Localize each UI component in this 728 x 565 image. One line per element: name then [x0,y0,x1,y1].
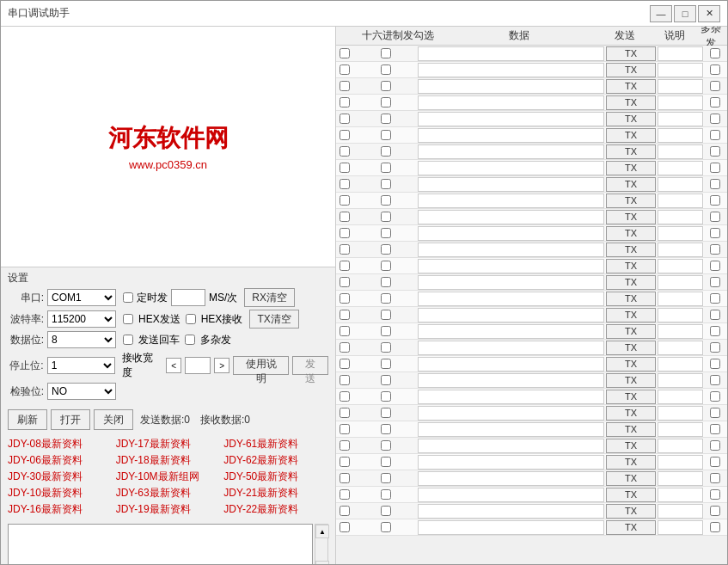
minimize-button[interactable]: — [650,5,672,22]
tx-data-input-14[interactable] [418,275,604,290]
hex-check-18[interactable] [381,342,391,353]
link-item[interactable]: JDY-18最新资料 [116,453,221,468]
stopbits-select[interactable]: 11.52 [47,357,115,374]
tx-send-button-4[interactable]: TX [606,112,656,126]
tx-data-input-0[interactable] [418,46,604,61]
tx-desc-input-20[interactable] [658,373,703,388]
tx-send-button-17[interactable]: TX [606,324,656,339]
hex-check-24[interactable] [381,440,391,451]
misc-check-27[interactable] [710,489,720,500]
hex-check-9[interactable] [381,195,391,206]
hex-check-21[interactable] [381,391,391,402]
misc-check-28[interactable] [710,506,720,516]
misc-check-25[interactable] [710,457,720,467]
tx-send-button-24[interactable]: TX [606,439,656,453]
tx-desc-input-13[interactable] [658,259,703,273]
row-check-21[interactable] [340,391,350,402]
tx-send-button-26[interactable]: TX [606,471,656,486]
tx-send-button-3[interactable]: TX [606,95,656,110]
tx-send-button-22[interactable]: TX [606,406,656,421]
tx-data-input-22[interactable] [418,406,604,421]
hex-check-6[interactable] [381,146,391,157]
hex-check-12[interactable] [381,244,391,255]
tx-send-button-0[interactable]: TX [606,46,656,61]
tx-desc-input-28[interactable] [658,504,703,519]
tx-desc-input-17[interactable] [658,324,703,339]
tx-data-input-13[interactable] [418,259,604,273]
misc-check-16[interactable] [710,310,720,320]
row-check-5[interactable] [340,130,350,140]
misc-check-14[interactable] [710,277,720,287]
close-port-button[interactable]: 关闭 [94,409,133,430]
link-item[interactable]: JDY-10最新资料 [8,486,113,501]
hex-check-11[interactable] [381,228,391,238]
row-check-10[interactable] [340,212,350,222]
tx-send-button-16[interactable]: TX [606,308,656,322]
tx-data-input-7[interactable] [418,161,604,175]
tx-send-button-23[interactable]: TX [606,422,656,437]
hex-send-checkbox[interactable] [123,314,133,324]
row-check-22[interactable] [340,408,350,418]
tx-desc-input-5[interactable] [658,128,703,143]
misc-check-26[interactable] [710,473,720,483]
hex-check-19[interactable] [381,359,391,369]
hex-check-2[interactable] [381,81,391,91]
misc-check-22[interactable] [710,408,720,418]
misc-check-8[interactable] [710,179,720,189]
row-check-27[interactable] [340,489,350,500]
receive-textarea[interactable] [8,524,313,564]
send-button[interactable]: 发送 [292,356,328,375]
tx-data-input-15[interactable] [418,292,604,306]
row-check-12[interactable] [340,244,350,255]
row-check-8[interactable] [340,179,350,189]
link-item[interactable]: JDY-17最新资料 [116,437,221,451]
tx-data-input-28[interactable] [418,504,604,519]
tx-desc-input-29[interactable] [658,520,703,535]
link-item[interactable]: JDY-06最新资料 [8,453,113,468]
send-return-checkbox[interactable] [123,335,133,345]
tx-data-input-5[interactable] [418,128,604,143]
misc-check-29[interactable] [710,522,720,532]
tx-data-input-21[interactable] [418,390,604,404]
baud-select[interactable]: 115200960038400 [47,310,116,328]
tx-desc-input-3[interactable] [658,95,703,110]
tx-send-button-12[interactable]: TX [606,243,656,257]
tx-desc-input-14[interactable] [658,275,703,290]
hex-check-4[interactable] [381,114,391,124]
tx-send-button-15[interactable]: TX [606,292,656,306]
tx-data-input-29[interactable] [418,520,604,535]
row-check-26[interactable] [340,473,350,483]
tx-desc-input-23[interactable] [658,422,703,437]
hex-check-26[interactable] [381,473,391,483]
tx-clear-button[interactable]: TX清空 [249,310,298,329]
misc-check-15[interactable] [710,293,720,304]
refresh-button[interactable]: 刷新 [8,409,47,430]
row-check-25[interactable] [340,457,350,467]
misc-check-10[interactable] [710,212,720,222]
tx-data-input-24[interactable] [418,439,604,453]
misc-check-13[interactable] [710,261,720,271]
tx-desc-input-25[interactable] [658,455,703,470]
row-check-9[interactable] [340,195,350,206]
tx-data-input-3[interactable] [418,95,604,110]
maximize-button[interactable]: □ [674,5,696,22]
timed-send-checkbox[interactable] [123,292,133,303]
tx-data-input-19[interactable] [418,357,604,372]
row-check-24[interactable] [340,440,350,451]
hex-check-27[interactable] [381,489,391,500]
row-check-3[interactable] [340,97,350,107]
misc-send-checkbox[interactable] [185,335,195,345]
tx-send-button-18[interactable]: TX [606,341,656,355]
misc-check-3[interactable] [710,97,720,107]
hex-check-3[interactable] [381,97,391,107]
tx-send-button-7[interactable]: TX [606,161,656,175]
link-item[interactable]: JDY-30最新资料 [8,470,113,484]
tx-send-button-5[interactable]: TX [606,128,656,143]
row-check-1[interactable] [340,64,350,75]
row-check-19[interactable] [340,359,350,369]
tx-send-button-10[interactable]: TX [606,210,656,224]
row-check-17[interactable] [340,326,350,336]
tx-send-button-28[interactable]: TX [606,504,656,519]
misc-check-21[interactable] [710,391,720,402]
port-select[interactable]: COM1COM2COM3 [47,289,116,306]
